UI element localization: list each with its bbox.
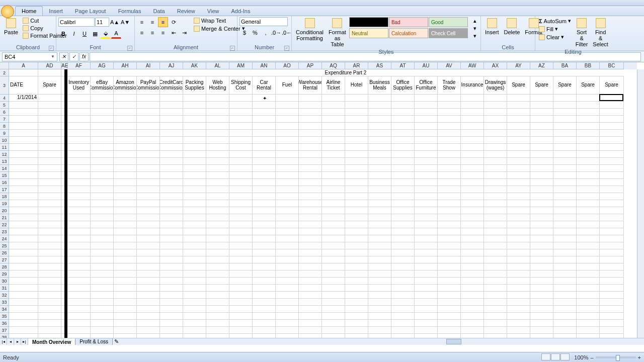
col-header[interactable]: AQ [322, 62, 345, 69]
empty-cell[interactable] [206, 144, 229, 151]
empty-cell[interactable] [600, 292, 624, 299]
empty-cell[interactable] [438, 299, 461, 306]
empty-cell[interactable] [368, 228, 391, 235]
empty-cell[interactable] [253, 186, 276, 193]
empty-cell[interactable] [322, 144, 345, 151]
empty-cell[interactable] [391, 214, 415, 221]
column-header-cell[interactable]: Car Rental [253, 76, 276, 95]
empty-cell[interactable] [553, 151, 577, 158]
empty-cell[interactable] [530, 165, 553, 172]
empty-cell[interactable] [137, 214, 160, 221]
row-header[interactable]: 7 [0, 116, 9, 123]
empty-cell[interactable] [299, 158, 322, 165]
empty-cell[interactable] [415, 123, 438, 130]
empty-cell[interactable] [67, 144, 91, 151]
empty-cell[interactable] [229, 221, 253, 228]
column-header-cell[interactable]: PayPal Commission [137, 76, 160, 95]
empty-cell[interactable] [600, 249, 624, 256]
data-cell[interactable] [160, 95, 183, 102]
empty-cell[interactable] [38, 306, 61, 313]
empty-cell[interactable] [229, 256, 253, 263]
enter-formula-icon[interactable]: ✓ [69, 52, 78, 61]
empty-cell[interactable] [507, 200, 530, 207]
empty-cell[interactable] [368, 214, 391, 221]
empty-cell[interactable] [368, 116, 391, 123]
empty-cell[interactable] [229, 200, 253, 207]
empty-cell[interactable] [368, 270, 391, 278]
empty-cell[interactable] [553, 285, 577, 292]
empty-cell[interactable] [114, 235, 137, 242]
shrink-font-icon[interactable]: A▼ [120, 17, 130, 27]
empty-cell[interactable] [415, 256, 438, 263]
style-good[interactable]: Good [429, 17, 468, 27]
empty-cell[interactable] [114, 102, 137, 109]
empty-cell[interactable] [600, 306, 624, 313]
decrease-decimal-icon[interactable]: .0← [282, 28, 292, 38]
empty-cell[interactable] [322, 235, 345, 242]
empty-cell[interactable] [345, 320, 368, 327]
dialog-launcher-icon[interactable]: ⌐ [230, 46, 235, 51]
empty-cell[interactable] [206, 158, 229, 165]
empty-cell[interactable] [553, 242, 577, 249]
row-header[interactable]: 33 [0, 299, 9, 306]
empty-cell[interactable] [484, 292, 507, 299]
empty-cell[interactable] [577, 179, 600, 186]
col-header[interactable]: AO [276, 62, 299, 69]
empty-cell[interactable] [461, 320, 484, 327]
empty-cell[interactable] [507, 292, 530, 299]
sheet-tab-profit-loss[interactable]: Profit & Loss [75, 338, 113, 345]
empty-cell[interactable] [322, 278, 345, 285]
empty-cell[interactable] [114, 242, 137, 249]
data-cell[interactable] [553, 95, 577, 102]
empty-cell[interactable] [553, 214, 577, 221]
data-cell[interactable] [345, 95, 368, 102]
empty-cell[interactable] [438, 144, 461, 151]
empty-cell[interactable] [114, 249, 137, 256]
align-bottom-icon[interactable]: ≡ [158, 17, 168, 27]
empty-cell[interactable] [276, 292, 299, 299]
empty-cell[interactable] [276, 123, 299, 130]
empty-cell[interactable] [276, 102, 299, 109]
empty-cell[interactable] [415, 249, 438, 256]
empty-cell[interactable] [160, 263, 183, 270]
empty-cell[interactable] [461, 186, 484, 193]
column-header-cell[interactable]: Spare [530, 76, 553, 95]
row-header[interactable]: 30 [0, 278, 9, 285]
clear-button[interactable]: Clear ▾ [537, 33, 573, 41]
empty-cell[interactable] [299, 130, 322, 137]
empty-cell[interactable] [368, 200, 391, 207]
empty-cell[interactable] [438, 179, 461, 186]
empty-cell[interactable] [484, 320, 507, 327]
row-header[interactable]: 16 [0, 179, 9, 186]
empty-cell[interactable] [368, 193, 391, 200]
empty-cell[interactable] [461, 116, 484, 123]
empty-cell[interactable] [484, 235, 507, 242]
empty-cell[interactable] [345, 116, 368, 123]
empty-cell[interactable] [461, 102, 484, 109]
empty-cell[interactable] [507, 263, 530, 270]
empty-cell[interactable] [206, 228, 229, 235]
empty-cell[interactable] [229, 144, 253, 151]
empty-cell[interactable] [507, 186, 530, 193]
empty-cell[interactable] [67, 285, 91, 292]
empty-cell[interactable] [322, 285, 345, 292]
empty-cell[interactable] [391, 228, 415, 235]
empty-cell[interactable] [114, 256, 137, 263]
empty-cell[interactable] [276, 263, 299, 270]
empty-cell[interactable] [530, 242, 553, 249]
empty-cell[interactable] [229, 137, 253, 144]
empty-cell[interactable] [415, 292, 438, 299]
empty-cell[interactable] [206, 207, 229, 214]
row-header[interactable]: 23 [0, 228, 9, 235]
empty-cell[interactable] [507, 165, 530, 172]
empty-cell[interactable] [553, 186, 577, 193]
empty-cell[interactable] [507, 270, 530, 278]
empty-cell[interactable] [299, 116, 322, 123]
data-cell[interactable] [577, 95, 600, 102]
sheet-nav[interactable]: |◂◂▸▸| [0, 338, 28, 345]
empty-cell[interactable] [114, 327, 137, 334]
empty-cell[interactable] [160, 313, 183, 320]
empty-cell[interactable] [183, 179, 206, 186]
data-cell[interactable] [91, 95, 114, 102]
empty-cell[interactable] [137, 200, 160, 207]
